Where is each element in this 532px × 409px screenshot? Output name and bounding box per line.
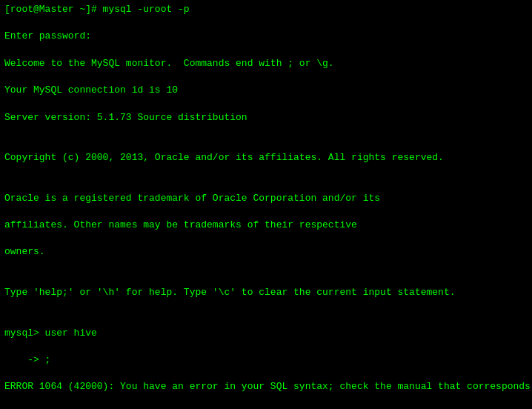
terminal-line: Welcome to the MySQL monitor. Commands e… [4,57,528,70]
terminal-line: mysql> user hive [4,327,528,340]
terminal-line: Server version: 5.1.73 Source distributi… [4,111,528,124]
terminal-line: ERROR 1064 (42000): You have an error in… [4,380,528,393]
terminal-line: Type 'help;' or '\h' for help. Type '\c'… [4,286,528,299]
terminal-line: Oracle is a registered trademark of Orac… [4,192,528,205]
terminal-line: [root@Master ~]# mysql -uroot -p [4,3,528,16]
terminal-line: Enter password: [4,30,528,43]
terminal-line: -> ; [4,353,528,367]
terminal-line: owners. [4,245,528,259]
terminal-line: Copyright (c) 2000, 2013, Oracle and/or … [4,151,528,164]
terminal-line: Your MySQL connection id is 10 [4,84,528,97]
terminal-line: affiliates. Other names may be trademark… [4,219,528,232]
terminal-window[interactable]: [root@Master ~]# mysql -uroot -p Enter p… [0,0,532,409]
